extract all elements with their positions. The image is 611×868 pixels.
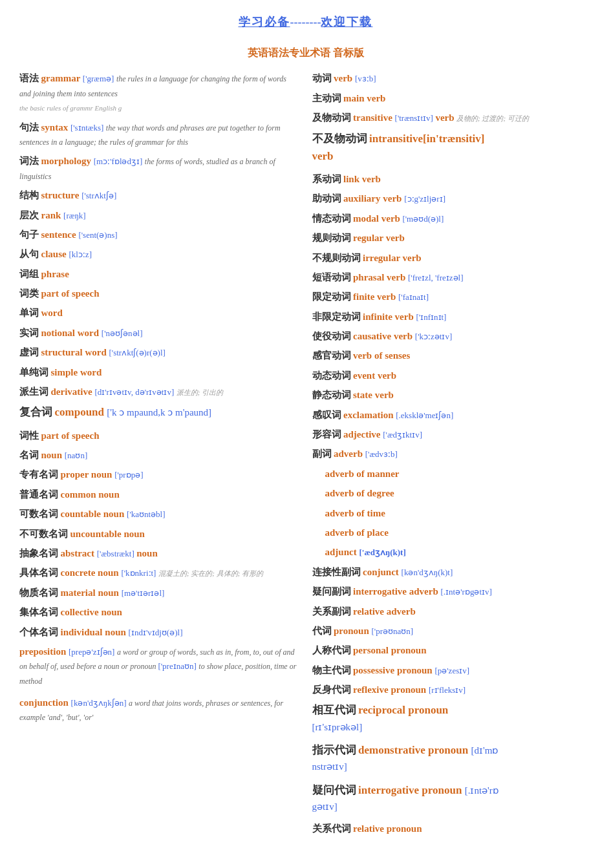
entry-phrase: 词组 phrase bbox=[19, 266, 299, 282]
page: 学习必备--------欢迎下载 英语语法专业术语 音标版 语法 grammar… bbox=[0, 0, 611, 854]
entry-adjective: 形容词 adjective ['ædʒɪktɪv] bbox=[312, 427, 592, 442]
entry-simple-word: 单纯词 simple word bbox=[19, 365, 299, 380]
entry-sentence: 句子 sentence ['sent(ə)ns] bbox=[19, 227, 299, 242]
entry-concrete-noun: 具体名词 concrete noun ['kɒnkriːt] 混凝土的; 实在的… bbox=[19, 565, 299, 580]
entry-irregular-verb: 不规则动词 irregular verb bbox=[312, 250, 592, 266]
entry-structural-word: 虚词 structural word ['strʌktʃ(ə)r(ə)l] bbox=[19, 344, 299, 360]
entry-adverb-manner: adverb of manner bbox=[325, 466, 592, 482]
entry-causative-verb: 使役动词 causative verb ['kɔːzətɪv] bbox=[312, 328, 592, 344]
entry-conjunct: 连接性副词 conjunct [kən'dʒʌŋ(k)t] bbox=[312, 564, 592, 580]
content: 语法 grammar ['græmə] the rules in a langu… bbox=[19, 70, 592, 840]
entry-main-verb: 主动词 main verb bbox=[312, 90, 592, 106]
entry-adverb-time: adverb of time bbox=[325, 505, 592, 521]
entry-reflexive-pronoun: 反身代词 reflexive pronoun [rɪ'fleksɪv] bbox=[312, 682, 592, 697]
entry-material-noun: 物质名词 material noun [mə'tɪərɪəl] bbox=[19, 585, 299, 600]
entry-uncountable-noun: 不可数名词 uncountable noun bbox=[19, 526, 299, 542]
entry-adverb-place: adverb of place bbox=[325, 525, 592, 540]
entry-adverb-degree: adverb of degree bbox=[325, 485, 592, 501]
entry-demonstrative-pronoun: 指示代词 demonstrative pronoun [dɪ'mɒ nstrət… bbox=[312, 741, 592, 775]
entry-link-verb: 系动词 link verb bbox=[312, 171, 592, 187]
entry-intransitive-verb: 不及物动词 intransitive[in'trænsitiv] verb bbox=[312, 130, 592, 165]
entry-morphology: 词法 morphology [mɔː'fɒlədʒɪ] the forms of… bbox=[19, 153, 299, 184]
entry-interrogative-pronoun: 疑问代词 interrogative pronoun [.ɪntə'rɒ gət… bbox=[312, 781, 592, 815]
entry-state-verb: 静态动词 state verb bbox=[312, 387, 592, 403]
entry-part-of-speech2: 词性 part of speech bbox=[19, 428, 299, 443]
entry-preposition: preposition [prepə'zɪʃən] a word or grou… bbox=[19, 644, 299, 688]
entry-abstract-noun: 抽象名词 abstract ['æbstrækt] noun bbox=[19, 545, 299, 561]
right-column: 动词 verb [vɜːb] 主动词 main verb 及物动词 transi… bbox=[312, 70, 592, 840]
entry-countable-noun: 可数名词 countable noun ['kaʊntəbl] bbox=[19, 506, 299, 522]
entry-possessive-pronoun: 物主代词 possessive pronoun [pə'zesɪv] bbox=[312, 662, 592, 678]
entry-adverb: 副词 adverb ['ædvɜːb] bbox=[312, 446, 592, 461]
entry-modal-verb: 情态动词 modal verb ['məʊd(ə)l] bbox=[312, 211, 592, 226]
entry-regular-verb: 规则动词 regular verb bbox=[312, 230, 592, 246]
left-column: 语法 grammar ['græmə] the rules in a langu… bbox=[19, 70, 299, 840]
entry-verb-of-senses: 感官动词 verb of senses bbox=[312, 348, 592, 363]
entry-proper-noun: 专有名词 proper noun ['prɒpə] bbox=[19, 467, 299, 482]
entry-syntax: 句法 syntax ['sɪntæks] the way that words … bbox=[19, 120, 299, 150]
entry-relative-pronoun: 关系代词 relative pronoun bbox=[312, 821, 592, 836]
entry-clause: 从句 clause [klɔːz] bbox=[19, 246, 299, 262]
entry-conjunction: conjunction [kən'dʒʌŋkʃən] a word that j… bbox=[19, 695, 299, 725]
entry-reciprocal-pronoun: 相互代词 reciprocal pronoun [rɪ'sɪprəkəl] bbox=[312, 701, 592, 735]
subtitle: 英语语法专业术语 音标版 bbox=[19, 45, 592, 61]
entry-structure: 结构 structure ['strʌktʃə] bbox=[19, 187, 299, 203]
entry-notional-word: 实词 notional word ['nəʊʃənəl] bbox=[19, 325, 299, 341]
entry-rank: 层次 rank [ræŋk] bbox=[19, 207, 299, 223]
header-dashes: -------- bbox=[290, 16, 321, 28]
entry-part-of-speech: 词类 part of speech bbox=[19, 286, 299, 301]
entry-common-noun: 普通名词 common noun bbox=[19, 487, 299, 502]
entry-finite-verb: 限定动词 finite verb ['faɪnaɪt] bbox=[312, 289, 592, 304]
header-title-right: 欢迎下载 bbox=[321, 16, 372, 28]
header: 学习必备--------欢迎下载 bbox=[19, 13, 592, 32]
entry-relative-adverb: 关系副词 relative adverb bbox=[312, 604, 592, 619]
entry-auxiliary-verb: 助动词 auxiliary verb [ɔːg'zɪljərɪ] bbox=[312, 191, 592, 206]
entry-derivative: 派生词 derivative [dɪ'rɪvətɪv, də'rɪvətɪv] … bbox=[19, 384, 299, 399]
entry-event-verb: 动态动词 event verb bbox=[312, 368, 592, 383]
entry-pronoun: 代词 pronoun ['prəʊnaʊn] bbox=[312, 623, 592, 639]
entry-grammar: 语法 grammar ['græmə] the rules in a langu… bbox=[19, 70, 299, 115]
entry-collective-noun: 集体名词 collective noun bbox=[19, 604, 299, 620]
entry-exclamation: 感叹词 exclamation [.eksklə'meɪʃən] bbox=[312, 407, 592, 423]
entry-transitive-verb: 及物动词 transitive ['trænsɪtɪv] verb 及物的; 过… bbox=[312, 110, 592, 125]
entry-individual-noun: 个体名词 individual noun [ɪndɪ'vɪdjʊ(ə)l] bbox=[19, 624, 299, 640]
entry-noun: 名词 noun [naʊn] bbox=[19, 447, 299, 463]
entry-adjunct: adjunct ['ædʒʌŋ(k)t] bbox=[325, 544, 592, 560]
entry-compound: 复合词 compound ['k ɔ mpaund,k ɔ m'paund] bbox=[19, 403, 299, 421]
entry-verb: 动词 verb [vɜːb] bbox=[312, 70, 592, 86]
entry-interrogative-adverb: 疑问副词 interrogative adverb [.ɪntə'rɒgətɪv… bbox=[312, 584, 592, 599]
entry-infinite-verb: 非限定动词 infinite verb ['ɪnfɪnɪt] bbox=[312, 309, 592, 324]
entry-word: 单词 word bbox=[19, 305, 299, 321]
header-title-left: 学习必备 bbox=[239, 16, 290, 28]
entry-phrasal-verb: 短语动词 phrasal verb ['freɪzl, 'freɪzəl] bbox=[312, 270, 592, 285]
entry-personal-pronoun: 人称代词 personal pronoun bbox=[312, 642, 592, 658]
